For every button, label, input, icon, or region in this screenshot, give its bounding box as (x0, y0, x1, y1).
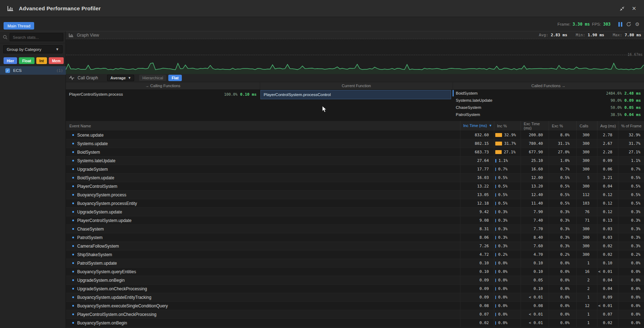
window-title: Advanced Performance Profiler (19, 5, 101, 11)
table-row[interactable]: UpgradeSystem.onBegin0.090.0%0.050.0%20.… (66, 276, 644, 285)
exc-time-cell: < 0.01 (521, 310, 549, 318)
chevron-down-icon: ▼ (128, 76, 131, 80)
exc-pct-cell: 31.1% (549, 139, 576, 148)
table-row[interactable]: ShipShakeSystem4.720.2%4.700.2%3000.020.… (66, 250, 644, 259)
inc-pct-cell: 0.0% (494, 302, 521, 310)
column-header-exc-pct[interactable]: Exc % (549, 121, 576, 131)
called-function-item[interactable]: Systems.lateUpdate90.0%0.09 ms (453, 97, 644, 104)
calls-cell: 300 (576, 242, 597, 250)
category-item-ecs[interactable]: ✓ECS(1) (0, 66, 66, 75)
event-name-cell: PlayerControlSystem.onCheckProcessing (66, 310, 460, 318)
inc-time-cell: 13.22 (460, 182, 494, 190)
view-button-hierarchical[interactable]: Hierarchical (139, 75, 166, 81)
table-row[interactable]: BuoyancySystem.updateEntityTracking0.090… (66, 293, 644, 302)
sort-descending-icon: ▼ (489, 124, 492, 127)
settings-gear-icon[interactable]: ⚙ (634, 21, 640, 27)
column-header-event-name[interactable]: Event Name (66, 121, 460, 131)
table-row[interactable]: BuoyancySystem.process13.050.5%12.400.5%… (66, 191, 644, 199)
inc-pct-cell: 0.0% (494, 293, 521, 301)
column-header-exc-time[interactable]: Exc Time (ms) (521, 121, 549, 131)
inc-pct-cell: 0.0% (494, 310, 521, 318)
inc-time-cell: 7.26 (460, 242, 494, 250)
filter-chip-mem[interactable]: Mem (49, 57, 64, 64)
exc-pct-cell: 0.5% (549, 199, 576, 207)
inc-time-cell: 8.06 (460, 233, 494, 242)
event-bullet-icon (72, 202, 74, 204)
column-header-inc-time[interactable]: Inc Time (ms) ▼ (460, 121, 494, 131)
table-row[interactable]: PlayerControlSystem13.220.5%13.200.5%300… (66, 182, 644, 191)
frame-pct-cell: 0.0% (618, 319, 644, 327)
current-function-item[interactable]: PlayerControlSystem.processControl (260, 90, 451, 99)
inc-pct-value: 0.5% (498, 201, 508, 206)
called-function-item[interactable]: ChaseSystem50.0%0.05 ms (453, 104, 644, 111)
refresh-icon[interactable] (625, 21, 632, 27)
column-header-frame-pct[interactable]: % of Frame (618, 121, 644, 131)
table-row[interactable]: PatrolSystem.update0.100.0%0.100.0%10.10… (66, 259, 644, 268)
inc-pct-cell: 0.3% (494, 216, 521, 224)
average-mode-select[interactable]: Average ▼ (107, 75, 134, 81)
table-row[interactable]: PlayerControlSystem.update9.080.3%7.400.… (66, 216, 644, 225)
event-name: ChaseSystem (77, 227, 104, 232)
table-row[interactable]: BoidSystem683.7327.1%677.9027.0%3002.282… (66, 148, 644, 157)
function-time: 0.09 ms (624, 98, 641, 103)
table-row[interactable]: BuoyancySystem.processEntity12.180.5%11.… (66, 199, 644, 208)
called-function-item[interactable]: PatrolSystem38.5%0.04 ms (453, 111, 644, 118)
pause-icon[interactable] (617, 21, 623, 27)
checkbox-checked-icon[interactable]: ✓ (5, 68, 10, 73)
table-row[interactable]: CameraFollowSystem7.260.3%7.600.3%3000.0… (66, 242, 644, 250)
stat-value: 7.80 ms (625, 33, 641, 37)
frame-pct-cell: 0.0% (618, 276, 644, 284)
event-name: CameraFollowSystem (77, 244, 119, 249)
table-row[interactable]: UpgradeSystem.update9.420.3%7.900.3%760.… (66, 208, 644, 216)
search-input[interactable] (10, 33, 63, 41)
exc-time-cell: 0.05 (521, 276, 549, 284)
inc-time-cell: 683.73 (460, 148, 494, 156)
calls-cell: 76 (576, 208, 597, 216)
column-header-inc-pct[interactable]: Inc % (494, 121, 521, 131)
table-row[interactable]: PatrolSystem8.060.3%8.400.3%3000.030.3% (66, 233, 644, 242)
table-row[interactable]: BuoyancySystem.queryEntities0.100.0%0.10… (66, 268, 644, 276)
event-name-cell: ShipShakeSystem (66, 250, 460, 259)
inc-time-cell: 8.31 (460, 225, 494, 233)
current-function-header: Current Function (260, 82, 453, 89)
view-button-flat[interactable]: Flat (168, 75, 182, 81)
called-function-item[interactable]: BoidSystem2484.6%2.48 ms (453, 90, 644, 97)
table-row[interactable]: PlayerControlSystem.onCheckProcessing0.0… (66, 310, 644, 319)
inc-pct-value: 0.3% (498, 218, 508, 223)
table-row[interactable]: UpgradeSystem.onCheckProcessing0.090.0%0… (66, 285, 644, 293)
function-time: 0.04 ms (624, 112, 641, 117)
filter-chip-float[interactable]: Float (19, 57, 34, 64)
table-row[interactable]: Scene.update832.6032.9%200.808.0%3002.78… (66, 131, 644, 139)
inc-pct-value: 1.1% (498, 158, 508, 163)
close-icon[interactable]: ✕ (630, 5, 638, 12)
table-row[interactable]: BuoyancySystem.onBegin0.020.0%< 0.010.0%… (66, 319, 644, 327)
minimize-icon[interactable] (618, 5, 625, 12)
frame-pct-cell: 0.0% (618, 285, 644, 293)
filter-chip-hier[interactable]: Hier (4, 57, 17, 64)
inc-pct-cell: 0.3% (494, 242, 521, 250)
table-row[interactable]: ChaseSystem8.310.3%7.700.3%3000.030.3% (66, 225, 644, 233)
event-name-cell: ChaseSystem (66, 225, 460, 233)
table-row[interactable]: Systems.lateUpdate27.641.1%25.101.0%3000… (66, 157, 644, 165)
table-row[interactable]: BoidSystem.update16.030.5%12.000.5%53.21… (66, 174, 644, 182)
table-row[interactable]: UpgradeSystem17.770.7%16.600.7%3000.060.… (66, 165, 644, 174)
column-header-calls[interactable]: Calls (576, 121, 597, 131)
group-by-select[interactable]: Group by Category ▼ (3, 45, 63, 53)
stat-value: 1.90 ms (588, 33, 604, 37)
column-header-avg[interactable]: Avg (ms) (597, 121, 618, 131)
table-row[interactable]: BuoyancySystem.executeSingleConditionQue… (66, 302, 644, 310)
frame-pct-cell: 0.7% (618, 165, 644, 173)
exc-pct-cell: 27.0% (549, 148, 576, 156)
tab-main-thread[interactable]: Main Thread (4, 22, 34, 30)
calling-function-item[interactable]: PlayerControlSystem.process100.0%0.10 ms (66, 90, 260, 99)
table-row[interactable]: Systems.update802.1531.7%780.4031.1%3002… (66, 139, 644, 148)
frame-pct-cell: 0.0% (618, 310, 644, 318)
inc-pct-value: 0.3% (498, 235, 508, 240)
filter-chip-int[interactable]: Int (36, 57, 47, 64)
frame-pct-cell: 0.2% (618, 250, 644, 259)
thread-toolbar: Main Thread Frame: 3.30 ms FPS: 303 ⚙ (0, 17, 644, 31)
event-name-cell: UpgradeSystem.onBegin (66, 276, 460, 284)
event-bullet-icon (72, 160, 74, 162)
avg-cell: 0.04 (597, 285, 618, 293)
exc-pct-cell: 0.0% (549, 259, 576, 267)
